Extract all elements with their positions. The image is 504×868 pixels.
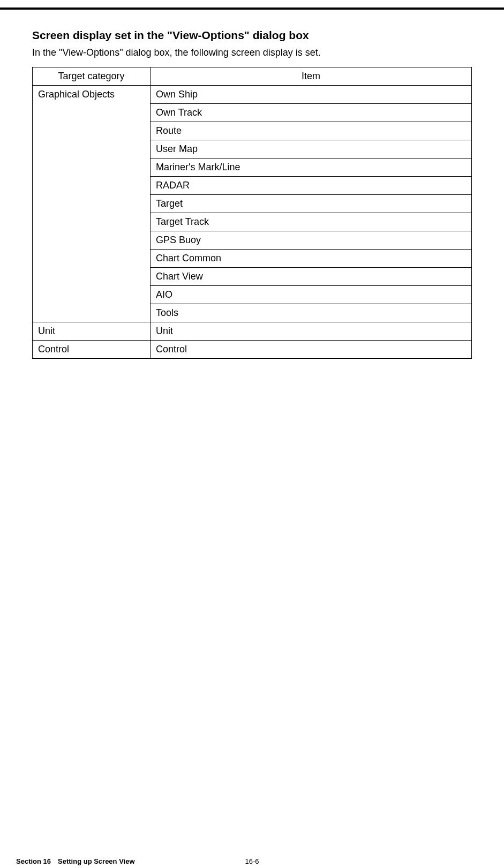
cell-item: User Map (151, 140, 472, 158)
cell-category: Graphical Objects (33, 86, 151, 322)
table-row: UnitUnit (33, 322, 472, 341)
cell-item: Own Track (151, 104, 472, 122)
page-heading: Screen display set in the "View-Options"… (32, 29, 472, 42)
cell-item: Control (151, 341, 472, 359)
cell-item: Unit (151, 322, 472, 341)
table-body: Graphical ObjectsOwn ShipOwn TrackRouteU… (33, 86, 472, 359)
page-content: Screen display set in the "View-Options"… (0, 29, 504, 359)
cell-item: RADAR (151, 177, 472, 195)
cell-item: Chart Common (151, 250, 472, 268)
options-table: Target category Item Graphical ObjectsOw… (32, 67, 472, 359)
cell-item: Target (151, 195, 472, 213)
cell-item: GPS Buoy (151, 231, 472, 250)
cell-item: AIO (151, 286, 472, 304)
table-row: Graphical ObjectsOwn Ship (33, 86, 472, 104)
cell-item: Tools (151, 304, 472, 322)
cell-item: Target Track (151, 213, 472, 231)
col-header-item: Item (151, 67, 472, 86)
cell-item: Route (151, 122, 472, 140)
cell-category: Unit (33, 322, 151, 341)
intro-text: In the "View-Options" dialog box, the fo… (32, 46, 472, 59)
table-row: ControlControl (33, 341, 472, 359)
cell-category: Control (33, 341, 151, 359)
cell-item: Own Ship (151, 86, 472, 104)
col-header-category: Target category (33, 67, 151, 86)
cell-item: Mariner's Mark/Line (151, 158, 472, 177)
top-rule (0, 7, 504, 10)
cell-item: Chart View (151, 268, 472, 286)
